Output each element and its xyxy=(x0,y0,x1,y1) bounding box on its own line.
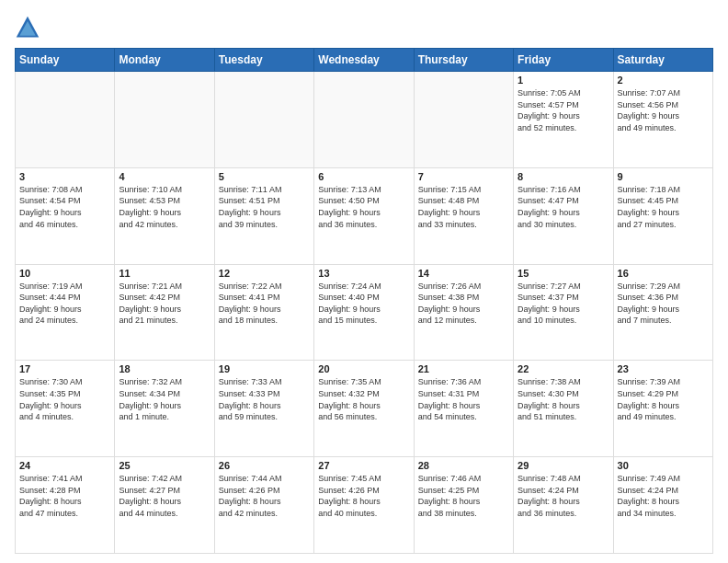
day-number: 4 xyxy=(119,171,210,182)
day-number: 2 xyxy=(618,75,709,86)
day-info: Sunrise: 7:39 AM Sunset: 4:29 PM Dayligh… xyxy=(618,376,709,422)
day-number: 7 xyxy=(418,171,509,182)
day-info: Sunrise: 7:15 AM Sunset: 4:48 PM Dayligh… xyxy=(418,184,509,230)
calendar-cell: 15Sunrise: 7:27 AM Sunset: 4:37 PM Dayli… xyxy=(514,264,613,361)
day-number: 26 xyxy=(219,460,310,471)
day-info: Sunrise: 7:07 AM Sunset: 4:56 PM Dayligh… xyxy=(618,87,709,133)
day-number: 3 xyxy=(19,171,110,182)
calendar-week-3: 10Sunrise: 7:19 AM Sunset: 4:44 PM Dayli… xyxy=(16,264,713,361)
logo xyxy=(15,15,44,40)
logo-icon xyxy=(15,15,40,40)
calendar-header-friday: Friday xyxy=(514,49,613,72)
day-info: Sunrise: 7:33 AM Sunset: 4:33 PM Dayligh… xyxy=(219,376,310,422)
day-number: 19 xyxy=(219,363,310,374)
calendar-cell: 4Sunrise: 7:10 AM Sunset: 4:53 PM Daylig… xyxy=(115,167,214,264)
calendar-header-monday: Monday xyxy=(115,49,214,72)
calendar-cell xyxy=(115,72,214,168)
day-number: 9 xyxy=(618,171,709,182)
calendar-cell: 16Sunrise: 7:29 AM Sunset: 4:36 PM Dayli… xyxy=(613,264,712,361)
calendar-header-thursday: Thursday xyxy=(414,49,513,72)
day-number: 18 xyxy=(119,363,210,374)
calendar-header-sunday: Sunday xyxy=(16,49,115,72)
day-info: Sunrise: 7:10 AM Sunset: 4:53 PM Dayligh… xyxy=(119,184,210,230)
day-number: 20 xyxy=(318,363,409,374)
day-number: 1 xyxy=(518,75,609,86)
calendar-cell: 14Sunrise: 7:26 AM Sunset: 4:38 PM Dayli… xyxy=(414,264,513,361)
calendar-cell: 25Sunrise: 7:42 AM Sunset: 4:27 PM Dayli… xyxy=(115,457,214,554)
day-info: Sunrise: 7:30 AM Sunset: 4:35 PM Dayligh… xyxy=(19,376,110,422)
day-number: 13 xyxy=(318,268,409,279)
day-info: Sunrise: 7:42 AM Sunset: 4:27 PM Dayligh… xyxy=(119,473,210,519)
day-info: Sunrise: 7:38 AM Sunset: 4:30 PM Dayligh… xyxy=(518,376,609,422)
day-number: 21 xyxy=(418,363,509,374)
day-info: Sunrise: 7:36 AM Sunset: 4:31 PM Dayligh… xyxy=(418,376,509,422)
day-info: Sunrise: 7:21 AM Sunset: 4:42 PM Dayligh… xyxy=(119,281,210,327)
calendar-cell: 24Sunrise: 7:41 AM Sunset: 4:28 PM Dayli… xyxy=(16,457,115,554)
day-info: Sunrise: 7:11 AM Sunset: 4:51 PM Dayligh… xyxy=(219,184,310,230)
calendar-cell: 20Sunrise: 7:35 AM Sunset: 4:32 PM Dayli… xyxy=(314,361,414,457)
day-number: 11 xyxy=(119,268,210,279)
day-number: 8 xyxy=(518,171,609,182)
page: SundayMondayTuesdayWednesdayThursdayFrid… xyxy=(0,0,728,563)
calendar-cell: 22Sunrise: 7:38 AM Sunset: 4:30 PM Dayli… xyxy=(514,361,613,457)
day-number: 16 xyxy=(618,268,709,279)
day-number: 24 xyxy=(19,460,110,471)
day-info: Sunrise: 7:19 AM Sunset: 4:44 PM Dayligh… xyxy=(19,281,110,327)
calendar-cell: 2Sunrise: 7:07 AM Sunset: 4:56 PM Daylig… xyxy=(613,72,712,168)
calendar-cell: 30Sunrise: 7:49 AM Sunset: 4:24 PM Dayli… xyxy=(613,457,712,554)
calendar-cell: 1Sunrise: 7:05 AM Sunset: 4:57 PM Daylig… xyxy=(514,72,613,168)
day-number: 23 xyxy=(618,363,709,374)
day-number: 27 xyxy=(318,460,409,471)
day-info: Sunrise: 7:45 AM Sunset: 4:26 PM Dayligh… xyxy=(318,473,409,519)
calendar-cell: 6Sunrise: 7:13 AM Sunset: 4:50 PM Daylig… xyxy=(314,167,414,264)
calendar-cell: 10Sunrise: 7:19 AM Sunset: 4:44 PM Dayli… xyxy=(16,264,115,361)
day-info: Sunrise: 7:32 AM Sunset: 4:34 PM Dayligh… xyxy=(119,376,210,422)
day-number: 29 xyxy=(518,460,609,471)
day-info: Sunrise: 7:13 AM Sunset: 4:50 PM Dayligh… xyxy=(318,184,409,230)
day-info: Sunrise: 7:49 AM Sunset: 4:24 PM Dayligh… xyxy=(618,473,709,519)
day-info: Sunrise: 7:18 AM Sunset: 4:45 PM Dayligh… xyxy=(618,184,709,230)
day-number: 14 xyxy=(418,268,509,279)
calendar-week-1: 1Sunrise: 7:05 AM Sunset: 4:57 PM Daylig… xyxy=(16,72,713,168)
calendar-cell: 28Sunrise: 7:46 AM Sunset: 4:25 PM Dayli… xyxy=(414,457,513,554)
day-number: 5 xyxy=(219,171,310,182)
day-info: Sunrise: 7:24 AM Sunset: 4:40 PM Dayligh… xyxy=(318,281,409,327)
day-info: Sunrise: 7:16 AM Sunset: 4:47 PM Dayligh… xyxy=(518,184,609,230)
calendar-header-saturday: Saturday xyxy=(613,49,712,72)
day-info: Sunrise: 7:29 AM Sunset: 4:36 PM Dayligh… xyxy=(618,281,709,327)
calendar-cell: 8Sunrise: 7:16 AM Sunset: 4:47 PM Daylig… xyxy=(514,167,613,264)
calendar-cell xyxy=(314,72,414,168)
calendar-header-tuesday: Tuesday xyxy=(214,49,313,72)
day-number: 17 xyxy=(19,363,110,374)
day-info: Sunrise: 7:22 AM Sunset: 4:41 PM Dayligh… xyxy=(219,281,310,327)
calendar-cell xyxy=(214,72,313,168)
calendar-cell: 21Sunrise: 7:36 AM Sunset: 4:31 PM Dayli… xyxy=(414,361,513,457)
calendar-header-wednesday: Wednesday xyxy=(314,49,414,72)
calendar-cell: 11Sunrise: 7:21 AM Sunset: 4:42 PM Dayli… xyxy=(115,264,214,361)
calendar-cell: 29Sunrise: 7:48 AM Sunset: 4:24 PM Dayli… xyxy=(514,457,613,554)
day-number: 22 xyxy=(518,363,609,374)
day-number: 30 xyxy=(618,460,709,471)
calendar-table: SundayMondayTuesdayWednesdayThursdayFrid… xyxy=(15,48,713,554)
day-number: 15 xyxy=(518,268,609,279)
calendar-cell: 13Sunrise: 7:24 AM Sunset: 4:40 PM Dayli… xyxy=(314,264,414,361)
day-number: 6 xyxy=(318,171,409,182)
calendar-week-2: 3Sunrise: 7:08 AM Sunset: 4:54 PM Daylig… xyxy=(16,167,713,264)
calendar-cell: 17Sunrise: 7:30 AM Sunset: 4:35 PM Dayli… xyxy=(16,361,115,457)
calendar-cell: 9Sunrise: 7:18 AM Sunset: 4:45 PM Daylig… xyxy=(613,167,712,264)
calendar-cell xyxy=(414,72,513,168)
day-info: Sunrise: 7:08 AM Sunset: 4:54 PM Dayligh… xyxy=(19,184,110,230)
day-info: Sunrise: 7:48 AM Sunset: 4:24 PM Dayligh… xyxy=(518,473,609,519)
calendar-cell: 3Sunrise: 7:08 AM Sunset: 4:54 PM Daylig… xyxy=(16,167,115,264)
calendar-cell: 5Sunrise: 7:11 AM Sunset: 4:51 PM Daylig… xyxy=(214,167,313,264)
calendar-cell: 27Sunrise: 7:45 AM Sunset: 4:26 PM Dayli… xyxy=(314,457,414,554)
day-info: Sunrise: 7:41 AM Sunset: 4:28 PM Dayligh… xyxy=(19,473,110,519)
day-info: Sunrise: 7:44 AM Sunset: 4:26 PM Dayligh… xyxy=(219,473,310,519)
day-number: 25 xyxy=(119,460,210,471)
calendar-cell: 23Sunrise: 7:39 AM Sunset: 4:29 PM Dayli… xyxy=(613,361,712,457)
day-info: Sunrise: 7:46 AM Sunset: 4:25 PM Dayligh… xyxy=(418,473,509,519)
day-number: 10 xyxy=(19,268,110,279)
day-info: Sunrise: 7:35 AM Sunset: 4:32 PM Dayligh… xyxy=(318,376,409,422)
day-info: Sunrise: 7:05 AM Sunset: 4:57 PM Dayligh… xyxy=(518,87,609,133)
calendar-cell: 26Sunrise: 7:44 AM Sunset: 4:26 PM Dayli… xyxy=(214,457,313,554)
